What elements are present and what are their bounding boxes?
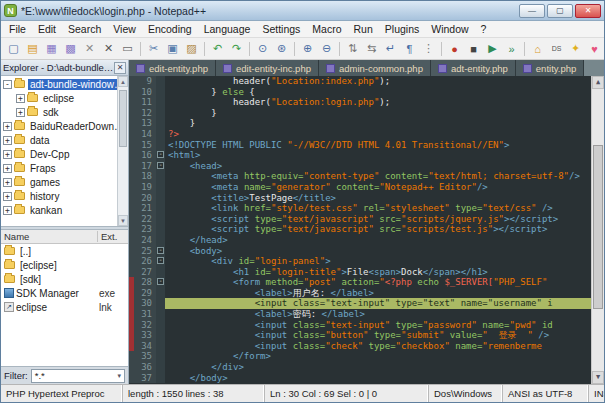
fold-margin[interactable] <box>156 373 165 384</box>
code-line[interactable]: 24 </head> <box>129 235 591 246</box>
expand-icon[interactable]: + <box>3 164 12 173</box>
fold-margin[interactable] <box>156 330 165 341</box>
fold-margin[interactable] <box>156 182 165 193</box>
fold-margin[interactable] <box>156 341 165 352</box>
code-line[interactable]: 26- <div id="login-panel"> <box>129 256 591 267</box>
fold-margin[interactable]: - <box>156 256 165 267</box>
code-line[interactable]: 31 <label>密码: </label> <box>129 309 591 320</box>
scrollbar-track[interactable] <box>118 87 128 215</box>
tree-item[interactable]: +BaiduReaderDownload <box>1 119 128 133</box>
code-line[interactable]: 33 <input class="button" type="submit" v… <box>129 330 591 341</box>
line-number[interactable]: 23 <box>134 224 156 235</box>
run-macro-multiple-icon[interactable]: » <box>503 40 520 57</box>
code-line[interactable]: 23 <script type="text/javascript" src="s… <box>129 224 591 235</box>
sync-horizontal-icon[interactable]: ⇆ <box>363 40 380 57</box>
line-number[interactable]: 20 <box>134 193 156 204</box>
expand-icon[interactable]: + <box>3 192 12 201</box>
line-number[interactable]: 30 <box>134 298 156 309</box>
status-encoding[interactable]: ANSI as UTF-8 <box>503 385 589 402</box>
line-number[interactable]: 29 <box>134 288 156 299</box>
save-icon[interactable]: ▦ <box>43 40 60 57</box>
menu-item-edit[interactable]: Edit <box>32 22 62 36</box>
code-line[interactable]: 35 </form> <box>129 351 591 362</box>
menu-item-language[interactable]: Language <box>198 22 257 36</box>
line-number[interactable]: 19 <box>134 182 156 193</box>
fold-marker-icon[interactable]: - <box>157 278 164 285</box>
line-number[interactable]: 26 <box>134 256 156 267</box>
fold-margin[interactable] <box>156 224 165 235</box>
code-line[interactable]: 37 </body> <box>129 373 591 384</box>
menu-item-search[interactable]: Search <box>62 22 107 36</box>
fold-margin[interactable] <box>156 214 165 225</box>
new-file-icon[interactable]: ▢ <box>5 40 22 57</box>
code-line[interactable]: 29 <label>用户名: </label> <box>129 288 591 299</box>
code-line[interactable]: 12 } <box>129 108 591 119</box>
copy-icon[interactable]: ▣ <box>164 40 181 57</box>
code-line[interactable]: 19 <meta name="generator" content="Notep… <box>129 182 591 193</box>
close-panel-button[interactable]: ✕ <box>114 62 126 74</box>
line-number[interactable]: 35 <box>134 351 156 362</box>
indent-guide-icon[interactable]: ⋮ <box>420 40 437 57</box>
fold-margin[interactable] <box>156 76 165 87</box>
doc-tab[interactable]: admin-common.php <box>319 60 431 76</box>
code-line[interactable]: 28- <form method="post" action="<?php ec… <box>129 277 591 288</box>
scrollbar-thumb[interactable] <box>119 90 127 148</box>
fold-margin[interactable] <box>156 235 165 246</box>
line-number[interactable]: 9 <box>134 76 156 87</box>
fold-margin[interactable] <box>156 203 165 214</box>
fold-margin[interactable] <box>156 267 165 278</box>
doc-tab[interactable]: adt-entity.php <box>431 60 516 76</box>
code-line[interactable]: 18 <meta http-equiv="content-type" conte… <box>129 171 591 182</box>
menu-item-window[interactable]: Window <box>425 22 474 36</box>
scrollbar-thumb[interactable] <box>593 145 603 309</box>
fold-margin[interactable] <box>156 108 165 119</box>
menu-item-run[interactable]: Run <box>348 22 379 36</box>
line-number[interactable]: 31 <box>134 309 156 320</box>
file-row[interactable]: ↗eclipselnk <box>1 300 128 314</box>
save-all-icon[interactable]: ▩ <box>62 40 79 57</box>
file-row[interactable]: [..] <box>1 244 128 258</box>
line-number[interactable]: 22 <box>134 214 156 225</box>
code-line[interactable]: 36 </div> <box>129 362 591 373</box>
code-line[interactable]: 22 <script type="text/javascript" src="s… <box>129 214 591 225</box>
line-number[interactable]: 15 <box>134 140 156 151</box>
ds-plugin-icon[interactable]: DS <box>548 40 565 57</box>
expand-icon[interactable]: + <box>3 206 12 215</box>
expand-icon[interactable]: + <box>3 150 12 159</box>
menu-item-settings[interactable]: Settings <box>256 22 306 36</box>
find-icon[interactable]: ⊙ <box>254 40 271 57</box>
scrollbar-track[interactable] <box>592 89 604 371</box>
fold-margin[interactable] <box>156 118 165 129</box>
fold-margin[interactable]: - <box>156 150 165 161</box>
menu-item-plugins[interactable]: Plugins <box>379 22 425 36</box>
fold-marker-icon[interactable]: - <box>157 247 164 254</box>
expand-icon[interactable]: + <box>16 94 25 103</box>
doc-tab[interactable]: edit-entity.php <box>129 60 216 76</box>
collapse-icon[interactable]: - <box>3 80 12 89</box>
close-all-icon[interactable]: ✕ <box>100 40 117 57</box>
scroll-down-arrow[interactable]: ▼ <box>592 371 604 384</box>
code-line[interactable]: 14?> <box>129 129 591 140</box>
expand-icon[interactable]: + <box>3 178 12 187</box>
close-doc-icon[interactable]: ✕ <box>81 40 98 57</box>
explorer-plugin-icon[interactable]: ⌂ <box>529 40 546 57</box>
fold-margin[interactable] <box>156 288 165 299</box>
menu-item-encoding[interactable]: Encoding <box>142 22 198 36</box>
code-line[interactable]: 21 <link href="style/test.css" rel="styl… <box>129 203 591 214</box>
file-row[interactable]: [eclipse] <box>1 258 128 272</box>
zoom-out-icon[interactable]: ⊖ <box>318 40 335 57</box>
fold-margin[interactable] <box>156 140 165 151</box>
fold-margin[interactable] <box>156 351 165 362</box>
expand-icon[interactable]: + <box>16 108 25 117</box>
line-number[interactable]: 14 <box>134 129 156 140</box>
menu-item-view[interactable]: View <box>107 22 142 36</box>
fold-margin[interactable] <box>156 362 165 373</box>
fold-margin[interactable] <box>156 309 165 320</box>
line-number[interactable]: 25 <box>134 246 156 257</box>
line-number[interactable]: 13 <box>134 118 156 129</box>
fold-margin[interactable] <box>156 193 165 204</box>
menu-item-macro[interactable]: Macro <box>306 22 347 36</box>
tree-item[interactable]: +history <box>1 189 128 203</box>
play-macro-icon[interactable]: ▶ <box>484 40 501 57</box>
undo-icon[interactable]: ↶ <box>209 40 226 57</box>
